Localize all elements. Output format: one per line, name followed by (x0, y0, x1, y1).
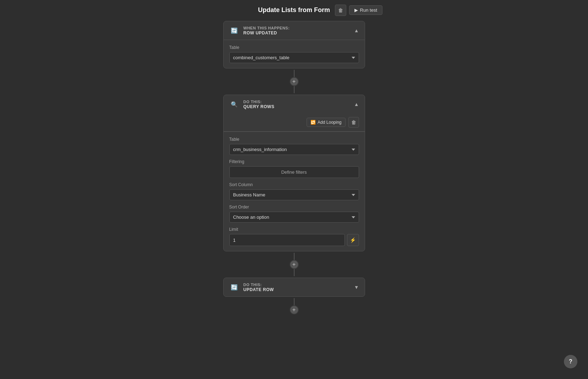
step2-table-select[interactable]: crm_business_information (229, 144, 359, 155)
sync-icon: 🔄 (231, 27, 238, 34)
step2-limit-field: Limit ⚡ (229, 227, 359, 246)
step2-label-block: Do this: QUERY ROWS (243, 99, 275, 109)
step2-table-field: Table crm_business_information (229, 137, 359, 155)
step2-limit-label: Limit (229, 227, 359, 232)
trash-icon-2: 🗑 (351, 119, 356, 125)
step2-sort-order-select[interactable]: Choose an option Ascending Descending (229, 212, 359, 223)
delete-button[interactable]: 🗑 (335, 5, 346, 16)
step2-header[interactable]: 🔍 Do this: QUERY ROWS ▲ (224, 95, 365, 113)
step1-body: Table combined_customers_table (224, 40, 365, 68)
help-button[interactable]: ? (564, 355, 577, 368)
run-test-button[interactable]: ▶ Run test (349, 5, 382, 15)
trash-icon: 🗑 (338, 7, 343, 13)
step3-header[interactable]: 🔄 Do this: UPDATE ROW ▼ (224, 278, 365, 296)
step3-header-left: 🔄 Do this: UPDATE ROW (229, 282, 274, 292)
step2-sort-order-label: Sort Order (229, 205, 359, 210)
step2-filtering-field: Filtering Define filters (229, 159, 359, 178)
step2-header-left: 🔍 Do this: QUERY ROWS (229, 99, 275, 109)
step2-card: 🔍 Do this: QUERY ROWS ▲ 🔁 Add Looping 🗑 (223, 95, 365, 251)
step2-filtering-label: Filtering (229, 159, 359, 164)
add-step-button-1[interactable]: + (290, 77, 299, 86)
step1-chevron: ▲ (354, 28, 359, 33)
header-actions: 🗑 ▶ Run test (335, 5, 382, 16)
step3-card: 🔄 Do this: UPDATE ROW ▼ (223, 278, 365, 297)
update-icon: 🔄 (231, 284, 238, 291)
define-filters-button[interactable]: Define filters (229, 166, 359, 178)
connector-line-3 (294, 298, 295, 305)
query-icon: 🔍 (231, 101, 238, 108)
step2-toolbar: 🔁 Add Looping 🗑 (224, 113, 365, 132)
play-icon: ▶ (354, 7, 358, 13)
step2-sort-order-field: Sort Order Choose an option Ascending De… (229, 205, 359, 223)
step1-icon: 🔄 (229, 26, 239, 35)
step1-header[interactable]: 🔄 When this happens: ROW UPDATED ▲ (224, 21, 365, 40)
step2-body: Table crm_business_information Filtering… (224, 132, 365, 251)
step2-sort-column-label: Sort Column (229, 182, 359, 187)
step1-table-field: Table combined_customers_table (229, 45, 359, 63)
step2-limit-row: ⚡ (229, 234, 359, 246)
connector-3: + (290, 297, 299, 316)
step1-table-select[interactable]: combined_customers_table (229, 52, 359, 63)
lightning-button[interactable]: ⚡ (347, 234, 359, 246)
step2-delete-button[interactable]: 🗑 (348, 117, 359, 128)
step2-sort-column-select[interactable]: Business Name (229, 189, 359, 200)
step2-table-label: Table (229, 137, 359, 142)
help-icon: ? (569, 358, 572, 365)
step1-table-label: Table (229, 45, 359, 50)
connector-line-1b (294, 86, 295, 93)
step1-header-left: 🔄 When this happens: ROW UPDATED (229, 26, 290, 35)
connector-line-1 (294, 70, 295, 77)
add-looping-button[interactable]: 🔁 Add Looping (307, 118, 345, 127)
step2-limit-input[interactable] (229, 234, 345, 246)
add-step-button-2[interactable]: + (290, 260, 299, 269)
step3-do-label: Do this: UPDATE ROW (243, 283, 274, 292)
page-title-area: Update Lists from Form 🗑 ▶ Run test (0, 0, 588, 17)
step3-chevron: ▼ (354, 284, 359, 290)
step1-when-label: When this happens: ROW UPDATED (243, 26, 290, 35)
step1-label-block: When this happens: ROW UPDATED (243, 26, 290, 35)
connector-1: + (290, 68, 299, 95)
add-step-button-3[interactable]: + (290, 305, 299, 314)
connector-line-2 (294, 253, 295, 260)
step3-icon: 🔄 (229, 282, 239, 292)
connector-line-2b (294, 269, 295, 276)
looping-icon: 🔁 (310, 120, 316, 125)
connector-2: + (290, 251, 299, 278)
canvas: 🔄 When this happens: ROW UPDATED ▲ Table… (0, 17, 588, 330)
step2-do-label: Do this: QUERY ROWS (243, 100, 275, 109)
page-title: Update Lists from Form (258, 6, 330, 14)
lightning-icon: ⚡ (350, 237, 356, 243)
step2-sort-column-field: Sort Column Business Name (229, 182, 359, 200)
step3-label-block: Do this: UPDATE ROW (243, 282, 274, 292)
step2-icon: 🔍 (229, 99, 239, 109)
step1-card: 🔄 When this happens: ROW UPDATED ▲ Table… (223, 21, 365, 68)
step2-chevron: ▲ (354, 101, 359, 107)
